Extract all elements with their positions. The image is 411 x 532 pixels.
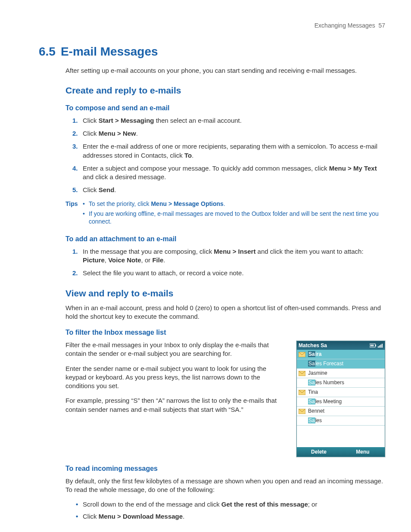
paragraph: Filter the e-mail messages in your Inbox… bbox=[65, 341, 284, 358]
tips-block: Tips To set the priority, click Menu > M… bbox=[65, 200, 385, 228]
section-title: E-mail Messages bbox=[61, 45, 158, 58]
subsection-heading: Create and reply to e-mails bbox=[65, 84, 385, 96]
section-heading: 6.5E-mail Messages bbox=[39, 44, 385, 60]
svg-rect-2 bbox=[371, 345, 372, 346]
softkey-left: Delete bbox=[297, 448, 341, 455]
signal-icon bbox=[378, 343, 383, 348]
envelope-icon bbox=[297, 390, 307, 395]
topic-heading: To compose and send an e-mail bbox=[65, 103, 385, 113]
bullet-item: Scroll down to the end of the message an… bbox=[83, 500, 385, 509]
step-item: In the message that you are composing, c… bbox=[83, 247, 385, 265]
phone-titlebar: Matches Sa bbox=[297, 341, 385, 350]
phone-row-sender: Bennet bbox=[307, 408, 385, 414]
two-column-block: Filter the e-mail messages in your Inbox… bbox=[65, 341, 385, 457]
topic-heading: To filter the Inbox message list bbox=[65, 328, 385, 337]
step-item: Click Send. bbox=[83, 186, 385, 194]
paragraph: By default, only the first few kilobytes… bbox=[65, 477, 385, 495]
chapter-name: Exchanging Messages bbox=[314, 22, 375, 29]
phone-row-subject: Sales Meeting bbox=[307, 398, 385, 405]
phone-list-row: Jasmine bbox=[297, 369, 385, 378]
phone-screenshot: Matches Sa Saira Sales Forecast bbox=[296, 341, 385, 457]
phone-blank-area bbox=[297, 426, 385, 447]
phone-list-row: Bennet bbox=[297, 407, 385, 416]
step-item: Enter the e-mail address of one or more … bbox=[83, 142, 385, 160]
step-list: In the message that you are composing, c… bbox=[65, 247, 385, 278]
tip-item: If you are working offline, e-mail messa… bbox=[83, 210, 385, 226]
svg-rect-6 bbox=[380, 345, 381, 348]
paragraph: Enter the sender name or e-mail subject … bbox=[65, 364, 284, 391]
subsection-heading: View and reply to e-mails bbox=[65, 287, 385, 299]
envelope-icon bbox=[297, 371, 307, 376]
envelope-icon bbox=[297, 409, 307, 414]
envelope-icon bbox=[297, 352, 307, 357]
step-item: Click Start > Messaging then select an e… bbox=[83, 116, 385, 125]
svg-rect-3 bbox=[372, 345, 374, 346]
bullet-item: Click Menu > Download Message. bbox=[83, 512, 385, 521]
step-item: Enter a subject and compose your message… bbox=[83, 164, 385, 182]
step-item: Click Menu > New. bbox=[83, 129, 385, 138]
phone-list-subject: Sales Meeting bbox=[297, 397, 385, 407]
bullet-list: Scroll down to the end of the message an… bbox=[65, 500, 385, 521]
phone-title: Matches Sa bbox=[299, 342, 327, 349]
running-header: Exchanging Messages 57 bbox=[39, 22, 385, 30]
phone-list-subject: Sales bbox=[297, 416, 385, 426]
page-number: 57 bbox=[378, 22, 385, 29]
topic-heading: To add an attachment to an e-mail bbox=[65, 234, 385, 244]
tips-label: Tips bbox=[65, 200, 83, 228]
phone-status-icons bbox=[370, 343, 383, 348]
tips-items: To set the priority, click Menu > Messag… bbox=[83, 200, 385, 228]
svg-rect-4 bbox=[378, 346, 379, 348]
phone-list-subject: Sales Numbers bbox=[297, 378, 385, 388]
phone-row-sender: Saira bbox=[307, 351, 385, 358]
step-item: Select the file you want to attach, or r… bbox=[83, 269, 385, 277]
section-number: 6.5 bbox=[39, 45, 56, 58]
phone-list-subject: Sales Forecast bbox=[297, 359, 385, 369]
paragraph: When in an e-mail account, press and hol… bbox=[65, 304, 385, 321]
topic-heading: To read incoming messages bbox=[65, 464, 385, 473]
phone-list-row: Saira bbox=[297, 350, 385, 359]
softkey-right: Menu bbox=[341, 448, 385, 455]
phone-row-sender: Tina bbox=[307, 389, 385, 395]
phone-row-subject: Sales bbox=[307, 417, 385, 424]
svg-rect-1 bbox=[375, 345, 376, 346]
phone-softkeys: Delete Menu bbox=[297, 447, 385, 457]
column-text: Filter the e-mail messages in your Inbox… bbox=[65, 341, 284, 420]
svg-rect-7 bbox=[382, 344, 383, 348]
manual-page: Exchanging Messages 57 6.5E-mail Message… bbox=[0, 0, 411, 532]
phone-row-sender: Jasmine bbox=[307, 370, 385, 376]
phone-list-row: Tina bbox=[297, 388, 385, 397]
svg-rect-5 bbox=[379, 345, 380, 348]
phone-row-subject: Sales Forecast bbox=[307, 360, 385, 367]
battery-icon bbox=[370, 343, 377, 348]
section-intro: After setting up e-mail accounts on your… bbox=[65, 66, 385, 75]
tip-item: To set the priority, click Menu > Messag… bbox=[83, 200, 385, 208]
paragraph: For example, pressing “S” then “A” narro… bbox=[65, 396, 284, 414]
phone-row-subject: Sales Numbers bbox=[307, 379, 385, 386]
step-list: Click Start > Messaging then select an e… bbox=[65, 116, 385, 195]
